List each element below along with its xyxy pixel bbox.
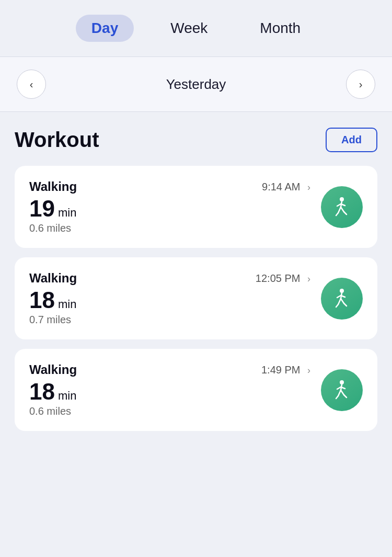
tab-bar: Day Week Month: [0, 0, 392, 57]
workout-duration: 18 min: [29, 380, 310, 403]
tab-day[interactable]: Day: [76, 15, 134, 42]
workout-card[interactable]: Walking 9:14 AM › 19 min 0.6 miles: [15, 166, 377, 248]
workout-icon-circle: [321, 278, 363, 320]
chevron-right-icon: ›: [307, 365, 310, 376]
workout-duration-unit: min: [58, 206, 76, 220]
next-button[interactable]: ›: [346, 70, 375, 99]
workout-icon-circle: [321, 186, 363, 228]
workout-distance: 0.6 miles: [29, 405, 310, 417]
svg-line-15: [344, 303, 347, 306]
walking-figure-icon: [330, 287, 353, 310]
svg-line-7: [344, 212, 347, 214]
workout-duration-number: 18: [29, 289, 55, 312]
chevron-right-icon: ›: [307, 274, 310, 284]
workout-list: Walking 9:14 AM › 19 min 0.6 miles: [15, 166, 377, 431]
workout-type: Walking: [29, 362, 77, 377]
section-header: Workout Add: [15, 128, 377, 152]
tab-week[interactable]: Week: [155, 15, 223, 42]
workout-time: 1:49 PM ›: [261, 364, 310, 376]
walking-figure-icon: [330, 196, 353, 219]
svg-line-4: [338, 207, 341, 213]
workout-duration: 18 min: [29, 289, 310, 312]
add-button[interactable]: Add: [326, 128, 377, 152]
svg-line-22: [341, 390, 344, 395]
workout-type: Walking: [29, 179, 77, 194]
workout-duration-number: 18: [29, 380, 55, 403]
current-period-label: Yesterday: [166, 76, 226, 93]
walking-figure-icon: [330, 379, 353, 402]
workout-time: 12:05 PM ›: [256, 272, 310, 285]
svg-line-13: [336, 304, 338, 307]
svg-line-6: [341, 207, 344, 212]
workout-time: 9:14 AM ›: [262, 181, 310, 193]
workout-duration-unit: min: [58, 298, 76, 311]
workout-icon-circle: [321, 369, 363, 411]
workout-type: Walking: [29, 271, 77, 286]
chevron-right-icon: ›: [359, 78, 363, 90]
workout-card[interactable]: Walking 1:49 PM › 18 min 0.6 miles: [15, 349, 377, 431]
main-content: Workout Add Walking 9:14 AM › 19 min 0.6…: [0, 112, 392, 456]
svg-line-21: [336, 396, 338, 399]
workout-header: Walking 9:14 AM ›: [29, 179, 310, 194]
workout-info: Walking 9:14 AM › 19 min 0.6 miles: [29, 179, 310, 234]
prev-button[interactable]: ‹: [17, 70, 46, 99]
navigation-bar: ‹ Yesterday ›: [0, 57, 392, 112]
tab-month[interactable]: Month: [244, 15, 316, 42]
workout-distance: 0.7 miles: [29, 314, 310, 326]
svg-line-12: [338, 299, 341, 304]
workout-card[interactable]: Walking 12:05 PM › 18 min 0.7 miles: [15, 257, 377, 339]
section-title: Workout: [15, 128, 99, 152]
chevron-right-icon: ›: [307, 182, 310, 192]
svg-line-14: [341, 299, 344, 303]
workout-duration-number: 19: [29, 197, 55, 220]
workout-duration: 19 min: [29, 197, 310, 220]
workout-header: Walking 1:49 PM ›: [29, 362, 310, 377]
workout-header: Walking 12:05 PM ›: [29, 271, 310, 286]
workout-distance: 0.6 miles: [29, 222, 310, 234]
chevron-left-icon: ‹: [30, 78, 33, 90]
workout-duration-unit: min: [58, 389, 76, 403]
svg-line-23: [344, 395, 347, 397]
svg-line-5: [336, 213, 338, 215]
workout-info: Walking 12:05 PM › 18 min 0.7 miles: [29, 271, 310, 326]
svg-line-20: [338, 390, 341, 396]
workout-info: Walking 1:49 PM › 18 min 0.6 miles: [29, 362, 310, 417]
